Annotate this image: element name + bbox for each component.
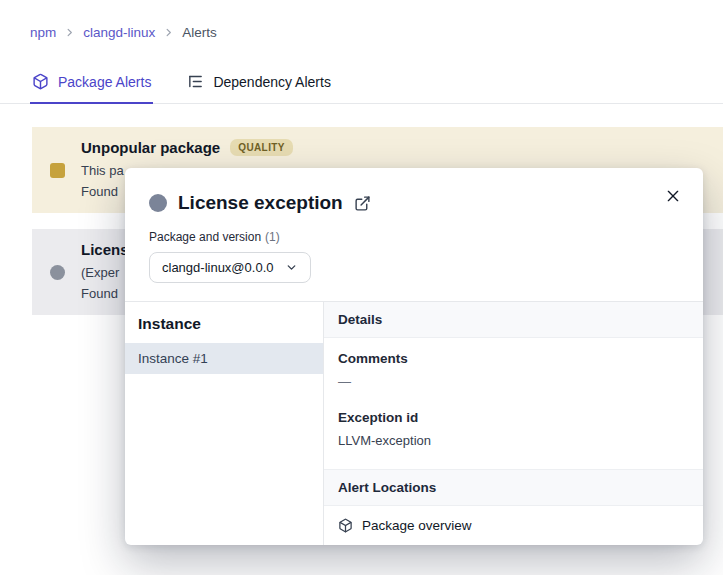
gray-dot-icon — [50, 265, 65, 280]
package-icon — [32, 73, 49, 90]
instance-list-panel: Instance Instance #1 — [125, 302, 324, 545]
details-content: Comments — Exception id LLVM-exception — [324, 338, 703, 469]
comments-label: Comments — [338, 351, 689, 366]
package-version-select[interactable]: clangd-linux@0.0.0 — [149, 252, 311, 283]
chevron-right-icon — [163, 27, 174, 38]
dialog-header: License exception Package and version(1)… — [125, 168, 703, 301]
selected-package-version: clangd-linux@0.0.0 — [162, 260, 273, 275]
package-overview-link[interactable]: Package overview — [324, 506, 703, 545]
exception-id-label: Exception id — [338, 410, 689, 425]
dialog-title: License exception — [178, 192, 343, 214]
instance-list-header: Instance — [125, 302, 323, 343]
tab-dependency-alerts[interactable]: Dependency Alerts — [185, 70, 333, 103]
comments-value: — — [338, 374, 689, 389]
alert-found-line: Found — [81, 283, 129, 304]
breadcrumb-current: Alerts — [182, 25, 217, 40]
quality-badge: QUALITY — [230, 139, 293, 156]
package-count: (1) — [265, 230, 280, 244]
alert-locations-header: Alert Locations — [324, 469, 703, 506]
alert-title: Unpopular package — [81, 139, 220, 156]
quality-square-icon — [50, 163, 65, 178]
breadcrumb-link-npm[interactable]: npm — [30, 25, 56, 40]
instance-details-panel: Details Comments — Exception id LLVM-exc… — [324, 302, 703, 545]
details-section-header: Details — [324, 302, 703, 338]
external-link-icon[interactable] — [354, 195, 371, 212]
tab-label: Dependency Alerts — [213, 74, 331, 90]
tab-bar: Package Alerts Dependency Alerts — [0, 70, 723, 104]
package-version-label: Package and version(1) — [149, 230, 679, 244]
dialog-body: Instance Instance #1 Details Comments — … — [125, 301, 703, 545]
package-icon — [338, 518, 353, 533]
list-tree-icon — [187, 73, 204, 90]
tab-package-alerts[interactable]: Package Alerts — [30, 70, 153, 103]
close-icon[interactable] — [662, 185, 684, 207]
package-overview-label: Package overview — [362, 518, 472, 533]
tab-label: Package Alerts — [58, 74, 151, 90]
chevron-right-icon — [64, 27, 75, 38]
breadcrumb-link-package[interactable]: clangd-linux — [83, 25, 155, 40]
breadcrumb: npm clangd-linux Alerts — [30, 25, 217, 40]
chevron-down-icon — [285, 261, 298, 274]
instance-list-item[interactable]: Instance #1 — [125, 343, 323, 374]
alert-description: (Exper — [81, 262, 129, 283]
license-exception-dialog: License exception Package and version(1)… — [125, 168, 703, 545]
alert-title: Licens — [81, 241, 129, 258]
exception-id-value: LLVM-exception — [338, 433, 689, 448]
severity-dot-icon — [149, 194, 167, 212]
